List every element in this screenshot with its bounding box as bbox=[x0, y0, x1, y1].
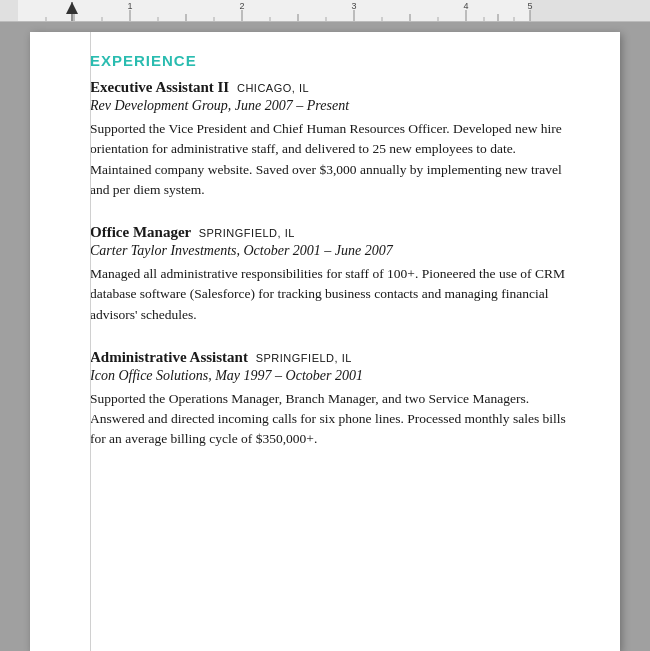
job-desc-2: Managed all administrative responsibilit… bbox=[90, 264, 580, 325]
job-desc-1: Supported the Vice President and Chief H… bbox=[90, 119, 580, 200]
ruler-svg: 1 2 3 4 5 bbox=[0, 0, 650, 22]
svg-text:2: 2 bbox=[239, 1, 244, 11]
job-location-3: SPRINGFIELD, IL bbox=[256, 352, 352, 364]
job-title-text-2: Office Manager bbox=[90, 224, 191, 240]
svg-text:5: 5 bbox=[527, 1, 532, 11]
svg-rect-2 bbox=[530, 0, 650, 22]
svg-rect-1 bbox=[0, 0, 18, 22]
svg-text:1: 1 bbox=[127, 1, 132, 11]
page-container: EXPERIENCE Executive Assistant II CHICAG… bbox=[0, 22, 650, 651]
job-title-text-3: Administrative Assistant bbox=[90, 349, 248, 365]
experience-heading: EXPERIENCE bbox=[90, 52, 580, 69]
job-location-1: CHICAGO, IL bbox=[237, 82, 309, 94]
job-company-1: Rev Development Group, June 2007 – Prese… bbox=[90, 98, 580, 114]
job-block-2: Office Manager SPRINGFIELD, IL Carter Ta… bbox=[90, 224, 580, 325]
svg-text:4: 4 bbox=[463, 1, 468, 11]
job-location-2: SPRINGFIELD, IL bbox=[199, 227, 295, 239]
job-company-2: Carter Taylor Investments, October 2001 … bbox=[90, 243, 580, 259]
svg-text:3: 3 bbox=[351, 1, 356, 11]
job-title-2: Office Manager SPRINGFIELD, IL bbox=[90, 224, 580, 241]
job-title-3: Administrative Assistant SPRINGFIELD, IL bbox=[90, 349, 580, 366]
job-block-3: Administrative Assistant SPRINGFIELD, IL… bbox=[90, 349, 580, 450]
job-block-1: Executive Assistant II CHICAGO, IL Rev D… bbox=[90, 79, 580, 200]
ruler: 1 2 3 4 5 bbox=[0, 0, 650, 22]
job-desc-3: Supported the Operations Manager, Branch… bbox=[90, 389, 580, 450]
job-title-text-1: Executive Assistant II bbox=[90, 79, 229, 95]
document-page: EXPERIENCE Executive Assistant II CHICAG… bbox=[30, 32, 620, 651]
job-company-3: Icon Office Solutions, May 1997 – Octobe… bbox=[90, 368, 580, 384]
job-title-1: Executive Assistant II CHICAGO, IL bbox=[90, 79, 580, 96]
margin-line bbox=[90, 32, 91, 651]
